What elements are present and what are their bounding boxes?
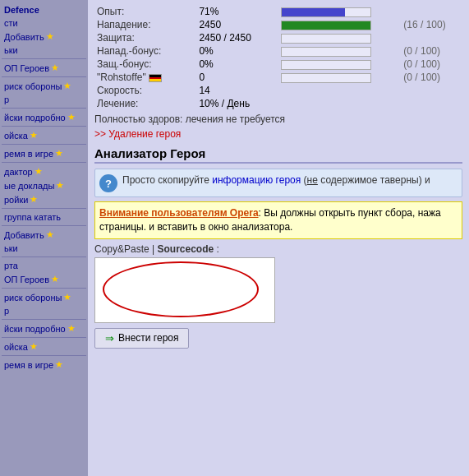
star-icon-reports: ★ xyxy=(56,180,64,191)
sidebar-divider-12 xyxy=(2,337,86,338)
sidebar-divider-7 xyxy=(2,208,86,209)
sidebar-link-time-in-game2[interactable]: ремя в игре xyxy=(4,360,53,370)
sidebar-item-risk-defence2[interactable]: риск обороны ★ xyxy=(2,290,86,304)
sourcecode-textarea[interactable] xyxy=(94,257,275,323)
rohstoffe-bar-cell xyxy=(278,71,401,84)
exp-bar-inner xyxy=(282,8,345,16)
sidebar-item-risk-defence[interactable]: риск обороны ★ xyxy=(2,79,86,93)
sidebar-link-yki[interactable]: ьки xyxy=(4,45,18,55)
defense-bar-outer xyxy=(281,34,371,44)
sidebar-item-editor[interactable]: дактор ★ xyxy=(2,164,86,178)
sidebar-item-reports[interactable]: ые доклады ★ xyxy=(2,178,86,192)
sidebar-link-op-heroes2[interactable]: ОП Героев xyxy=(4,275,49,284)
star-icon-detail: ★ xyxy=(67,112,76,122)
sidebar-link-risk-defence2[interactable]: риск обороны xyxy=(4,293,62,303)
sidebar-link-group[interactable]: группа катать xyxy=(4,212,61,222)
warning-link[interactable]: Внимание пользователям Opera xyxy=(99,207,259,219)
sidebar-link-r1[interactable]: р xyxy=(4,95,9,104)
star-icon-time-in-game2: ★ xyxy=(55,359,63,370)
sidebar-item-add2[interactable]: Добавить ★ xyxy=(2,228,86,242)
sidebar-item-time-in-game[interactable]: ремя в игре ★ xyxy=(2,146,86,160)
sidebar-link-editor[interactable]: дактор xyxy=(4,167,33,177)
sidebar-item-troops[interactable]: ойска ★ xyxy=(2,128,86,142)
flag-de-icon xyxy=(149,74,162,82)
star-icon-troops: ★ xyxy=(30,130,38,141)
heal-side xyxy=(401,97,462,110)
sidebar-item-op-heroes[interactable]: ОП Героев ★ xyxy=(2,61,86,75)
sidebar-link-r2[interactable]: р xyxy=(4,306,9,316)
warning-box: Внимание пользователям Opera: Вы должны … xyxy=(94,201,462,239)
sidebar-item-op-heroes2[interactable]: ОП Героев ★ xyxy=(2,272,86,286)
sidebar-link-defence[interactable]: Defence xyxy=(4,5,39,15)
sidebar-item-time-in-game2[interactable]: ремя в игре ★ xyxy=(2,358,86,372)
sidebar-item-group[interactable]: группа катать xyxy=(2,210,86,224)
speed-value: 14 xyxy=(196,84,278,97)
sidebar-link-reports[interactable]: ые доклады xyxy=(4,181,54,191)
submit-label: Внести героя xyxy=(118,332,178,344)
exp-bar-outer xyxy=(281,7,371,17)
sourcecode-bold-label: Sourcecode xyxy=(158,243,214,255)
delete-hero-link[interactable]: >> Удаление героя xyxy=(94,128,181,140)
sidebar-divider-6 xyxy=(2,162,86,163)
star-icon-risk-defence: ★ xyxy=(63,81,71,91)
sidebar-link-settings[interactable]: ройки xyxy=(4,195,28,205)
atk-bonus-label: Напад.-бонус: xyxy=(94,44,196,58)
defense-label: Защита: xyxy=(94,31,196,44)
sidebar-link-risk-defence[interactable]: риск обороны xyxy=(4,81,62,91)
rohstoffe-value: 0 xyxy=(196,71,278,84)
sidebar-item-add1[interactable]: Добавить ★ xyxy=(2,30,86,44)
heal-value: 10% / День xyxy=(196,97,278,110)
sidebar-item-settings[interactable]: ройки ★ xyxy=(2,192,86,206)
sidebar-link-yki2[interactable]: ьки xyxy=(4,243,18,253)
sidebar-link-rta[interactable]: рта xyxy=(4,261,18,270)
sidebar-link-add1[interactable]: Добавить xyxy=(4,32,44,42)
sidebar: Defence сти Добавить ★ ьки ОП Героев ★ р… xyxy=(0,0,88,476)
stat-row-def-bonus: Защ.-бонус: 0% (0 / 100) xyxy=(94,58,462,71)
sidebar-link-troops[interactable]: ойска xyxy=(4,131,28,141)
star-icon-time-in-game: ★ xyxy=(55,148,63,159)
submit-arrow-icon: ⇒ xyxy=(105,332,114,344)
rohstoffe-side: (0 / 100) xyxy=(401,71,462,84)
sidebar-item-detail[interactable]: йски подробно ★ xyxy=(2,110,86,124)
attack-bar-inner xyxy=(282,21,370,30)
stat-row-rohstoffe: "Rohstoffe" 0 (0 / 100) xyxy=(94,71,462,84)
star-icon-op-heroes: ★ xyxy=(51,62,59,73)
sidebar-divider-10 xyxy=(2,288,86,289)
sidebar-link-op-heroes[interactable]: ОП Героев xyxy=(4,63,49,73)
sidebar-link-add2[interactable]: Добавить xyxy=(4,230,44,240)
sidebar-divider-8 xyxy=(2,225,86,226)
sidebar-divider-3 xyxy=(2,108,86,109)
sidebar-divider-2 xyxy=(2,76,86,77)
sidebar-item-sti[interactable]: сти xyxy=(2,16,86,30)
analyzer-title: Анализатор Героя xyxy=(94,146,462,164)
delete-hero-section: >> Удаление героя xyxy=(94,128,462,140)
heal-bar-cell xyxy=(278,97,401,110)
sidebar-item-detail2[interactable]: йски подробно ★ xyxy=(2,321,86,335)
attack-side: (16 / 100) xyxy=(401,18,462,31)
stat-row-attack: Нападение: 2450 (16 / 100) xyxy=(94,18,462,31)
rohstoffe-label: "Rohstoffe" xyxy=(94,71,196,84)
submit-hero-button[interactable]: ⇒ Внести героя xyxy=(94,328,189,349)
attack-bar-cell xyxy=(278,18,401,31)
sidebar-item-yki[interactable]: ьки xyxy=(2,44,86,57)
sidebar-item-troops2[interactable]: ойска ★ xyxy=(2,340,86,354)
info-icon: ? xyxy=(99,174,117,192)
sidebar-link-troops2[interactable]: ойска xyxy=(4,342,28,352)
sidebar-link-sti[interactable]: сти xyxy=(4,18,18,28)
sidebar-item-rta[interactable]: рта xyxy=(2,259,86,272)
def-bonus-label: Защ.-бонус: xyxy=(94,58,196,71)
sidebar-item-defence[interactable]: Defence xyxy=(2,3,86,16)
sidebar-item-r1[interactable]: р xyxy=(2,93,86,106)
attack-value: 2450 xyxy=(196,18,278,31)
atk-bonus-value: 0% xyxy=(196,44,278,58)
sidebar-link-time-in-game[interactable]: ремя в игре xyxy=(4,149,53,159)
def-bonus-side: (0 / 100) xyxy=(401,58,462,71)
info-link[interactable]: информацию героя xyxy=(212,174,301,186)
speed-label: Скорость: xyxy=(94,84,196,97)
sidebar-link-detail[interactable]: йски подробно xyxy=(4,113,66,122)
sidebar-item-yki2[interactable]: ьки xyxy=(2,242,86,255)
sidebar-link-detail2[interactable]: йски подробно xyxy=(4,324,66,334)
star-icon-add2: ★ xyxy=(46,229,54,240)
sidebar-item-r2[interactable]: р xyxy=(2,304,86,317)
star-icon-add1: ★ xyxy=(46,31,54,42)
